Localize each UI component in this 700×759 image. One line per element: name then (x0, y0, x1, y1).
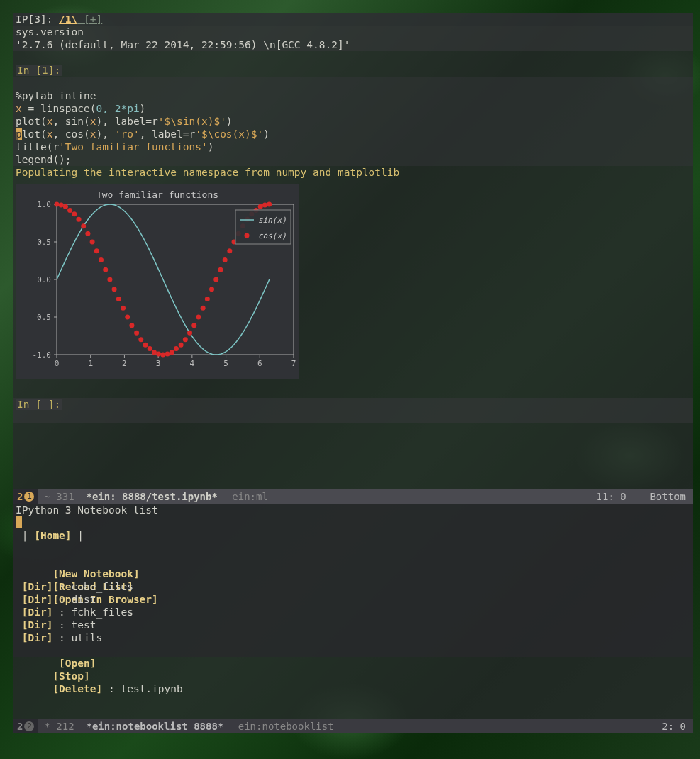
svg-point-31 (72, 211, 77, 216)
buffer-name: *ein:notebooklist 8888* (86, 721, 223, 732)
modeline-top: 21 ~ 331 *ein: 8888/test.ipynb* ein:ml 1… (13, 489, 693, 504)
dir-name[interactable]: fchk_files (72, 606, 133, 618)
svg-point-47 (143, 343, 148, 348)
svg-point-58 (191, 323, 196, 328)
svg-text:-0.5: -0.5 (33, 313, 52, 322)
svg-point-27 (55, 202, 60, 207)
svg-point-38 (103, 267, 108, 272)
svg-point-66 (227, 248, 232, 253)
cursor: p (16, 128, 22, 140)
svg-point-73 (258, 204, 263, 209)
svg-point-33 (81, 223, 86, 228)
svg-point-49 (152, 350, 157, 355)
code-cell-1[interactable]: In [1]: %pylab inline x = linspace(0, 2*… (13, 64, 693, 380)
svg-point-51 (160, 353, 165, 358)
svg-text:-1.0: -1.0 (33, 350, 52, 360)
svg-point-37 (99, 257, 104, 262)
dir-label[interactable]: [Dir] (22, 632, 53, 643)
tab-add[interactable]: [+] (77, 13, 102, 25)
svg-point-34 (85, 231, 90, 236)
output-text: '2.7.6 (default, Mar 22 2014, 22:59:56) … (13, 38, 693, 51)
svg-point-62 (209, 287, 214, 292)
svg-text:7: 7 (291, 359, 296, 368)
cursor (16, 516, 22, 528)
home-link[interactable]: [Home] (34, 530, 71, 541)
svg-point-65 (223, 257, 228, 262)
top-editor-pane[interactable]: IP[3]: /1\ [+] sys.version '2.7.6 (defau… (13, 13, 693, 504)
window-badge: 21 (13, 489, 38, 504)
stop-button[interactable]: [Stop] (52, 670, 89, 682)
major-mode: ein:notebooklist (238, 721, 334, 732)
svg-point-48 (148, 346, 152, 351)
output-text: sys.version (13, 26, 693, 38)
plot-output: Two familiar functions -1.0-0.50.00.51.0… (16, 184, 299, 380)
svg-text:0.5: 0.5 (37, 238, 51, 247)
output-cell-3: sys.version '2.7.6 (default, Mar 22 2014… (13, 26, 693, 51)
svg-point-61 (205, 297, 210, 301)
dir-label[interactable]: [Dir] (22, 594, 53, 605)
svg-text:4: 4 (190, 359, 195, 368)
svg-text:0: 0 (55, 359, 60, 368)
svg-point-56 (183, 337, 188, 342)
code-line[interactable]: %pylab inline (16, 90, 96, 101)
svg-point-44 (129, 323, 134, 328)
svg-point-40 (112, 287, 117, 292)
file-name[interactable]: test.ipynb (121, 683, 182, 694)
populate-output: Populating the interactive namespace fro… (13, 166, 693, 179)
notebook-list: IPython 3 Notebook list | [Home] | [New … (13, 504, 693, 657)
svg-text:2: 2 (122, 359, 127, 368)
svg-text:5: 5 (223, 359, 228, 368)
svg-point-52 (165, 351, 170, 356)
dir-name[interactable]: test (72, 619, 96, 631)
svg-text:1.0: 1.0 (37, 200, 51, 209)
svg-point-29 (63, 204, 68, 209)
dir-label[interactable]: [Dir] (22, 581, 53, 592)
svg-point-30 (67, 208, 72, 213)
svg-point-55 (179, 343, 184, 348)
dir-label[interactable]: [Dir] (22, 606, 53, 618)
svg-point-59 (196, 315, 201, 320)
window-badge: 22 (13, 719, 38, 733)
tab-1[interactable]: /1\ (59, 13, 77, 25)
in-prompt: In [1]: (16, 65, 62, 76)
svg-point-39 (107, 277, 112, 282)
dir-name[interactable]: utils (72, 632, 103, 643)
svg-text:sin(x): sin(x) (258, 216, 287, 225)
buffer-name: *ein: 8888/test.ipynb* (86, 491, 217, 502)
ip-label: IP[3]: (16, 13, 59, 25)
svg-point-57 (187, 331, 192, 336)
major-mode: ein:ml (232, 491, 268, 502)
dir-name[interactable]: cube_files (72, 581, 133, 592)
svg-point-75 (267, 202, 272, 207)
svg-text:cos(x): cos(x) (258, 231, 287, 240)
svg-point-60 (201, 306, 206, 311)
svg-point-53 (170, 350, 174, 355)
svg-text:0.0: 0.0 (37, 275, 51, 284)
svg-point-43 (125, 315, 130, 320)
svg-point-46 (138, 337, 143, 342)
svg-text:1: 1 (88, 359, 93, 368)
svg-point-64 (218, 267, 223, 272)
svg-point-28 (59, 203, 64, 208)
dir-name[interactable]: dist (72, 594, 96, 605)
svg-point-36 (94, 248, 99, 253)
svg-point-35 (90, 240, 95, 245)
chart-svg: -1.0-0.50.00.51.001234567sin(x)cos(x) (16, 184, 299, 380)
svg-point-79 (245, 233, 250, 238)
nl-title: IPython 3 Notebook list (16, 504, 690, 516)
svg-text:6: 6 (257, 359, 262, 368)
delete-button[interactable]: [Delete] (52, 683, 102, 694)
svg-point-74 (262, 203, 267, 208)
svg-point-42 (121, 306, 126, 311)
svg-point-32 (77, 217, 82, 222)
open-button[interactable]: [Open] (59, 658, 96, 669)
dir-label[interactable]: [Dir] (22, 619, 53, 631)
new-notebook-button[interactable]: [New Notebook] (52, 568, 139, 580)
svg-point-45 (134, 331, 139, 336)
svg-point-41 (116, 297, 121, 301)
bottom-editor-pane[interactable]: IPython 3 Notebook list | [Home] | [New … (13, 504, 693, 733)
empty-cell[interactable]: In [ ]: (13, 398, 693, 423)
svg-point-50 (156, 351, 161, 356)
modeline-bottom: 22 * 212 *ein:notebooklist 8888* ein:not… (13, 719, 693, 733)
svg-text:3: 3 (156, 359, 161, 368)
